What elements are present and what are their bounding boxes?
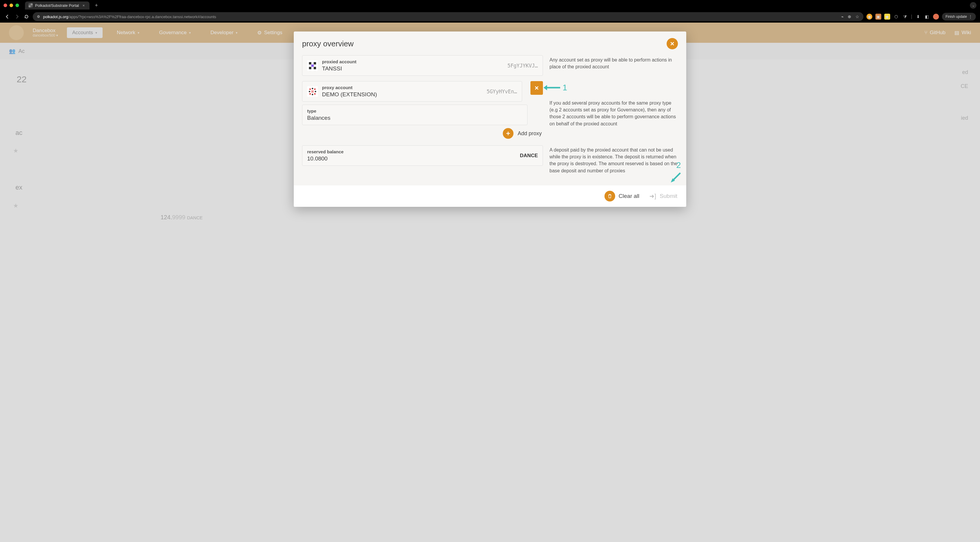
trash-icon bbox=[605, 191, 615, 201]
modal-close-button[interactable] bbox=[667, 38, 678, 49]
close-icon bbox=[534, 86, 539, 90]
reserved-unit: DANCE bbox=[520, 153, 538, 158]
window-close-icon[interactable] bbox=[3, 3, 7, 7]
back-button[interactable] bbox=[4, 13, 11, 20]
identicon-icon bbox=[307, 60, 318, 71]
proxied-name: TANSSI bbox=[322, 65, 503, 72]
proxy-type-field[interactable]: type Balances bbox=[302, 105, 527, 125]
new-tab-button[interactable]: + bbox=[92, 2, 101, 9]
proxied-label: proxied account bbox=[322, 59, 503, 64]
ext-icon-2[interactable]: ▣ bbox=[875, 14, 881, 20]
browser-tab[interactable]: Polkadot/Substrate Portal × bbox=[25, 2, 89, 10]
proxy-name: DEMO (EXTENSION) bbox=[322, 91, 482, 98]
panel-icon[interactable]: ◧ bbox=[924, 14, 930, 20]
help-reserved: A deposit paid by the proxied account th… bbox=[549, 145, 678, 174]
type-label: type bbox=[307, 108, 522, 114]
finish-update-button[interactable]: Finish update ⋮ bbox=[942, 13, 976, 21]
svg-point-8 bbox=[315, 90, 317, 92]
key-icon[interactable]: ⌁ bbox=[841, 14, 843, 19]
kebab-icon: ⋮ bbox=[969, 14, 972, 19]
svg-point-11 bbox=[314, 93, 316, 95]
help-type: If you add several proxy accounts for th… bbox=[549, 81, 678, 127]
svg-rect-7 bbox=[311, 90, 314, 93]
submit-label: Submit bbox=[660, 193, 677, 200]
downloads-icon[interactable]: ⬇ bbox=[915, 14, 921, 20]
window-maximize-icon[interactable] bbox=[16, 3, 19, 7]
add-proxy-row: Add proxy bbox=[302, 125, 543, 140]
site-settings-icon[interactable]: ⚙ bbox=[37, 14, 40, 19]
svg-point-10 bbox=[312, 94, 313, 95]
help-proxied: Any account set as proxy will be able to… bbox=[549, 55, 678, 70]
browser-chrome: Polkadot/Substrate Portal × + ⌄ ⚙ polkad… bbox=[0, 0, 980, 22]
bookmark-icon[interactable]: ☆ bbox=[856, 14, 859, 19]
forward-button[interactable] bbox=[14, 13, 20, 20]
reserved-label: reserved balance bbox=[307, 149, 516, 154]
proxy-label: proxy account bbox=[322, 85, 482, 90]
proxied-account-field[interactable]: proxied account TANSSI 5FgYJYKVJ… bbox=[302, 55, 543, 76]
proxy-address: 5GYyHYvEn… bbox=[487, 89, 517, 95]
svg-rect-1 bbox=[311, 65, 314, 67]
svg-point-5 bbox=[314, 88, 316, 90]
svg-point-3 bbox=[310, 88, 311, 90]
zoom-icon[interactable]: ⊕ bbox=[848, 14, 851, 19]
identicon-icon bbox=[307, 86, 318, 97]
plus-icon bbox=[506, 131, 511, 136]
extensions-menu-icon[interactable]: ⧩ bbox=[902, 14, 908, 20]
nav-bar: ⚙ polkadot.js.org/apps/?rpc=wss%3A%2F%2F… bbox=[0, 11, 980, 22]
signin-icon: ➜] bbox=[649, 193, 656, 200]
url-actions: ⌁ ⊕ ☆ bbox=[841, 14, 859, 19]
modal-footer: Clear all ➜] Submit bbox=[294, 185, 686, 207]
extensions: ◉ ▣ ◆ ⬡ ⧩ | ⬇ ◧ bbox=[866, 14, 939, 20]
reserved-value: 10.0800 bbox=[307, 155, 516, 162]
ext-icon-4[interactable]: ⬡ bbox=[893, 14, 899, 20]
title-bar: Polkadot/Substrate Portal × + ⌄ bbox=[0, 0, 980, 11]
modal-backdrop[interactable]: proxy overview proxied account TANSSI bbox=[0, 22, 980, 542]
svg-point-6 bbox=[309, 90, 310, 92]
url-domain: polkadot.js.org bbox=[43, 14, 68, 19]
tabs-dropdown-icon[interactable]: ⌄ bbox=[970, 2, 977, 9]
add-proxy-button[interactable] bbox=[503, 128, 514, 139]
clear-all-label: Clear all bbox=[619, 193, 640, 200]
proxy-account-field[interactable]: proxy account DEMO (EXTENSION) 5GYyHYvEn… bbox=[302, 81, 522, 101]
window-minimize-icon[interactable] bbox=[10, 3, 13, 7]
profile-icon[interactable] bbox=[933, 14, 939, 20]
window-controls bbox=[3, 3, 19, 7]
svg-point-9 bbox=[310, 93, 311, 95]
clear-all-button[interactable]: Clear all bbox=[605, 191, 640, 201]
proxy-overview-modal: proxy overview proxied account TANSSI bbox=[294, 32, 686, 207]
add-proxy-label[interactable]: Add proxy bbox=[518, 130, 542, 137]
close-icon bbox=[670, 41, 675, 46]
remove-proxy-button[interactable] bbox=[530, 81, 543, 95]
type-value: Balances bbox=[307, 115, 522, 121]
url-path: /apps/?rpc=wss%3A%2F%2Ffraa-dancebox-rpc… bbox=[68, 14, 216, 19]
tab-title: Polkadot/Substrate Portal bbox=[35, 3, 79, 8]
proxied-address: 5FgYJYKVJ… bbox=[508, 63, 538, 69]
reload-button[interactable] bbox=[23, 13, 30, 20]
ext-icon-3[interactable]: ◆ bbox=[884, 14, 890, 20]
ext-icon-1[interactable]: ◉ bbox=[866, 14, 872, 20]
modal-title: proxy overview bbox=[302, 39, 353, 48]
svg-point-4 bbox=[312, 88, 313, 89]
reserved-balance-field: reserved balance 10.0800 DANCE bbox=[302, 145, 543, 166]
submit-button[interactable]: ➜] Submit bbox=[649, 191, 677, 201]
finish-update-label: Finish update bbox=[945, 14, 967, 19]
tab-favicon-icon bbox=[29, 3, 33, 8]
url-bar[interactable]: ⚙ polkadot.js.org/apps/?rpc=wss%3A%2F%2F… bbox=[33, 12, 864, 21]
tab-close-icon[interactable]: × bbox=[81, 3, 86, 8]
